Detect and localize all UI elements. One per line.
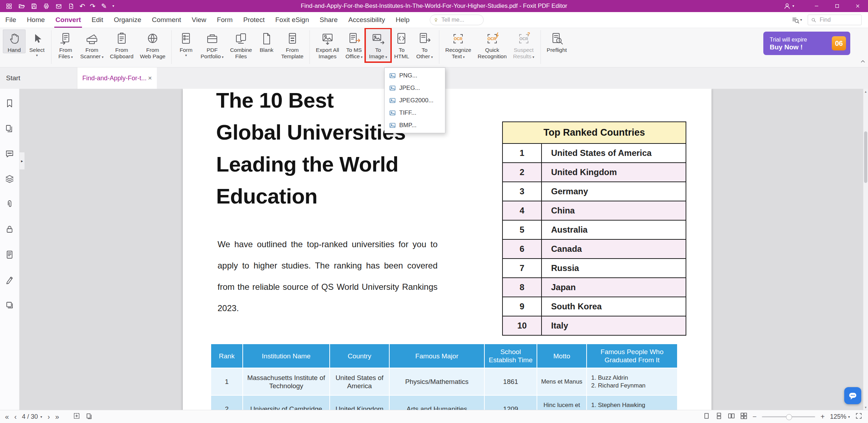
previous-page-button[interactable]: ‹: [14, 413, 17, 420]
panel-expand-handle[interactable]: ▸: [20, 152, 25, 170]
clipboard-pages-button[interactable]: [86, 412, 93, 421]
highlight-pen-icon[interactable]: ✎: [100, 2, 108, 10]
page-indicator[interactable]: 4 / 30 ▾: [22, 413, 42, 421]
page-thumbnails-panel-button[interactable]: [5, 124, 14, 135]
tab-document-active[interactable]: Find-and-Apply-For-t... ×: [77, 67, 157, 89]
email-icon[interactable]: [55, 2, 62, 10]
ribbon-button-from-scanner[interactable]: From Scanner▾: [77, 29, 107, 60]
app-grid-icon[interactable]: [5, 2, 13, 10]
ribbon-button-from-web-page[interactable]: From Web Page: [137, 29, 169, 60]
menu-item-tiff[interactable]: TIFF...: [385, 107, 445, 119]
bookmarks-panel-button[interactable]: [5, 99, 14, 109]
facing-view-button[interactable]: [728, 412, 735, 421]
advanced-search-button[interactable]: ▾: [792, 16, 802, 24]
attachments-panel-button[interactable]: [5, 200, 14, 210]
menu-comment[interactable]: Comment: [147, 12, 186, 28]
zoom-level[interactable]: 125% ▾: [830, 413, 850, 421]
scroll-up-icon[interactable]: ▲: [863, 89, 868, 94]
menu-organize[interactable]: Organize: [109, 12, 147, 28]
last-page-button[interactable]: »: [55, 413, 59, 420]
ribbon-button-to-html[interactable]: To HTML: [390, 29, 413, 60]
menu-foxit-esign[interactable]: Foxit eSign: [270, 12, 314, 28]
redo-icon[interactable]: ↷: [90, 3, 95, 10]
window-title: Find-and-Apply-For-the-Best-Institutes-I…: [301, 2, 567, 10]
menu-convert[interactable]: Convert: [50, 12, 86, 28]
ribbon-button-recognize-text[interactable]: OCR Recognize Text▾: [442, 29, 474, 60]
menu-item-png[interactable]: PNG...: [385, 69, 445, 82]
menu-file[interactable]: File: [0, 12, 22, 28]
menu-share[interactable]: Share: [314, 12, 343, 28]
print-icon[interactable]: [42, 2, 50, 10]
ribbon-button-to-image[interactable]: To Image▾: [366, 29, 390, 60]
ribbon-button-select[interactable]: Select ▾: [26, 29, 48, 58]
maximize-button[interactable]: [827, 0, 847, 12]
menu-help[interactable]: Help: [390, 12, 415, 28]
find-input[interactable]: [819, 16, 858, 23]
customize-toolbar-caret-icon[interactable]: ▾: [112, 4, 114, 8]
ribbon-button-hand[interactable]: Hand: [3, 29, 26, 53]
security-panel-button[interactable]: [5, 225, 14, 235]
ribbon-button-from-clipboard[interactable]: From Clipboard: [107, 29, 137, 60]
document-viewport[interactable]: The 10 Best Global Universities Leading …: [20, 89, 868, 410]
ribbon-button-preflight[interactable]: Preflight: [544, 29, 570, 53]
menu-item-bmp[interactable]: BMP...: [385, 119, 445, 131]
scroll-down-icon[interactable]: ▼: [863, 405, 868, 410]
tab-close-icon[interactable]: ×: [148, 74, 152, 82]
first-page-button[interactable]: «: [5, 413, 9, 420]
ribbon-button-from-template[interactable]: From Template: [278, 29, 307, 60]
menu-protect[interactable]: Protect: [238, 12, 270, 28]
minimize-button[interactable]: [806, 0, 827, 12]
menu-home[interactable]: Home: [22, 12, 50, 28]
ribbon-button-quick-recognition[interactable]: OCR Quick Recognition: [474, 29, 510, 60]
menu-form[interactable]: Form: [211, 12, 238, 28]
next-page-button[interactable]: ›: [48, 413, 50, 420]
export-doc-icon[interactable]: [67, 2, 75, 10]
menu-item-jpeg2000[interactable]: JPEG2000...: [385, 94, 445, 107]
zoom-out-button[interactable]: −: [753, 413, 757, 421]
continuous-facing-view-button[interactable]: [740, 412, 747, 421]
dropdown-caret-icon: ▾: [102, 55, 104, 59]
account-button[interactable]: ▾: [784, 2, 794, 10]
undo-icon[interactable]: ↶: [79, 3, 85, 10]
ribbon-collapse-button[interactable]: [860, 59, 866, 66]
layers-panel-button[interactable]: [5, 174, 14, 185]
statusbar: « ‹ 4 / 30 ▾ › » − + 125% ▾: [0, 410, 868, 423]
continuous-view-button[interactable]: [715, 412, 723, 421]
save-icon[interactable]: [30, 2, 38, 10]
tell-me-input[interactable]: [441, 16, 480, 23]
menu-item-jpeg[interactable]: JPEG...: [385, 82, 445, 94]
zoom-slider[interactable]: [762, 416, 815, 417]
close-button[interactable]: [847, 0, 868, 12]
menu-accessibility[interactable]: Accessibility: [343, 12, 390, 28]
ribbon-button-pdf-portfolio[interactable]: PDF Portfolio▾: [197, 29, 227, 60]
vertical-scrollbar[interactable]: ▲ ▼: [863, 89, 868, 410]
signatures-panel-button[interactable]: [5, 275, 14, 286]
assistant-chat-button[interactable]: [844, 387, 861, 404]
tab-start[interactable]: Start: [0, 67, 77, 89]
ribbon-button-combine-files[interactable]: Combine Files: [227, 29, 255, 60]
ribbon-button-from-files[interactable]: From Files▾: [54, 29, 77, 60]
open-folder-icon[interactable]: [17, 2, 25, 10]
ribbon-button-to-ms-office[interactable]: To MS Office▾: [342, 29, 366, 60]
tell-me-search[interactable]: [430, 15, 484, 25]
scrollbar-thumb[interactable]: [864, 131, 867, 183]
ribbon-button-form[interactable]: Form ▾: [175, 29, 197, 58]
trial-banner-button[interactable]: Trial will expire Buy Now ! 06: [763, 32, 850, 55]
ribbon-button-export-all-images[interactable]: Export All Images: [313, 29, 342, 60]
menu-view[interactable]: View: [186, 12, 211, 28]
menu-edit[interactable]: Edit: [86, 12, 109, 28]
zoom-slider-thumb[interactable]: [786, 414, 792, 420]
comments-panel-button[interactable]: [5, 149, 14, 160]
fullscreen-button[interactable]: [855, 412, 862, 421]
to-image-dropdown-menu: PNG... JPEG... JPEG2000... TIFF... BMP..…: [384, 67, 445, 133]
ribbon-button-to-other[interactable]: To Other▾: [413, 29, 436, 60]
find-box[interactable]: [808, 15, 862, 25]
single-page-view-button[interactable]: [703, 412, 710, 421]
ribbon-button-suspect-results[interactable]: OCR? Suspect Results▾: [510, 29, 538, 60]
fields-panel-button[interactable]: [5, 250, 14, 261]
trial-text: Trial will expire: [770, 36, 829, 43]
ribbon-button-blank[interactable]: Blank: [255, 29, 278, 53]
snapshot-button[interactable]: [73, 412, 80, 421]
zoom-in-button[interactable]: +: [820, 413, 825, 421]
stamps-panel-button[interactable]: [5, 300, 14, 311]
